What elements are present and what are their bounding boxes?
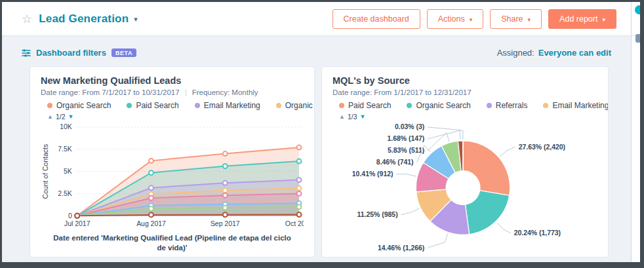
dashboard-filters-label: Dashboard filters (36, 48, 106, 58)
caret-down-icon: ▾ (134, 14, 138, 24)
data-point-marker[interactable] (223, 206, 228, 210)
slice-label: 20.24% (1,773) (514, 229, 561, 237)
actions-button[interactable]: Actions▾ (427, 9, 484, 29)
data-point-marker[interactable] (149, 159, 153, 163)
x-axis-title: Date entered 'Marketing Qualified Lead (… (51, 233, 294, 253)
y-axis-tick-label: 5K (64, 168, 72, 175)
favorite-star-icon[interactable]: ☆ (22, 13, 32, 25)
report-card-new-mqls: New Marketing Qualified Leads Date range… (30, 66, 315, 258)
legend-item[interactable]: Referrals (487, 101, 528, 110)
caret-down-icon: ▾ (470, 16, 473, 23)
report-title: New Marketing Qualified Leads (41, 75, 304, 86)
mql-line-chart[interactable]: 02.5K5K7.5K10KJul 2017Aug 2017Sep 2017Oc… (41, 122, 304, 231)
data-point-marker[interactable] (297, 178, 302, 182)
frequency-label: Frequency: Monthly (192, 88, 258, 96)
legend-label: Organic Social (285, 101, 315, 110)
data-point-marker[interactable] (297, 145, 302, 150)
page-title: Lead Generation (39, 12, 129, 26)
report-title: MQL's by Source (332, 75, 597, 86)
legend-dot (127, 103, 132, 108)
legend-label: Paid Search (136, 101, 178, 110)
y-axis-tick-label: 2.5K (58, 190, 72, 197)
data-point-marker[interactable] (149, 196, 153, 201)
data-point-marker[interactable] (297, 191, 302, 196)
legend-item[interactable]: Email Marketing (195, 101, 260, 110)
data-point-marker[interactable] (223, 188, 228, 193)
slice-label: 14.46% (1,266) (378, 244, 424, 252)
data-point-marker[interactable] (297, 159, 302, 164)
slice-label: 10.41% (912) (352, 170, 393, 178)
legend-page-up-icon[interactable]: ▲ (47, 113, 53, 120)
data-point-marker[interactable] (149, 185, 153, 190)
legend-page-indicator: 1/2 (56, 113, 66, 121)
data-point-marker[interactable] (75, 214, 79, 218)
legend-dot (543, 103, 548, 108)
app: ☆ Lead Generation ▾ Create dashboard Act… (2, 2, 640, 262)
legend-dot (487, 103, 492, 108)
data-point-marker[interactable] (223, 151, 228, 156)
right-rail (631, 2, 640, 262)
beta-badge: BETA (111, 48, 136, 57)
report-meta: Date range: From 1/1/2017 to 12/31/2017 (332, 88, 597, 96)
legend-pager: ▲ 1/2 ▼ (47, 113, 304, 121)
share-button[interactable]: Share▾ (490, 9, 542, 29)
x-axis-tick-label: Oct 2017 (285, 220, 304, 227)
donut-slice[interactable] (465, 191, 509, 235)
data-point-marker[interactable] (297, 186, 302, 191)
legend-item[interactable]: Paid Search (127, 101, 178, 110)
dashboard-filters-toggle[interactable]: Dashboard filters BETA (22, 48, 136, 58)
slice-label: 1.68% (147) (387, 135, 424, 142)
data-point-marker[interactable] (223, 193, 228, 198)
slice-label: 0.03% (3) (395, 123, 424, 130)
screenshot-frame: ☆ Lead Generation ▾ Create dashboard Act… (0, 0, 644, 268)
legend-dot (407, 103, 412, 108)
assigned-everyone-can-edit-link[interactable]: Everyone can edit (538, 48, 611, 58)
data-point-marker[interactable] (149, 170, 153, 175)
y-axis-tick-label: 0 (68, 212, 72, 220)
data-point-marker[interactable] (223, 181, 228, 185)
legend-item[interactable]: Email Marketing (543, 101, 609, 110)
report-cards-row: New Marketing Qualified Leads Date range… (22, 58, 611, 258)
dashboard-header: ☆ Lead Generation ▾ Create dashboard Act… (2, 2, 631, 36)
legend-page-up-icon[interactable]: ▲ (339, 113, 345, 120)
data-point-marker[interactable] (223, 212, 228, 217)
legend-dot (47, 103, 52, 108)
add-report-button[interactable]: Add report▾ (548, 9, 616, 29)
legend-label: Paid Search (348, 101, 391, 110)
x-axis-tick-label: Aug 2017 (136, 220, 166, 227)
dashboard-title-dropdown[interactable]: Lead Generation ▾ (39, 12, 138, 26)
legend-page-indicator: 1/3 (348, 113, 357, 121)
header-buttons: Create dashboard Actions▾ Share▾ Add rep… (332, 9, 616, 29)
data-point-marker[interactable] (149, 206, 153, 211)
legend-item[interactable]: Paid Search (339, 101, 391, 110)
add-report-button-label: Add report (559, 14, 597, 24)
help-bubble-icon[interactable] (635, 5, 640, 14)
data-point-marker[interactable] (149, 212, 153, 217)
legend-label: Organic Search (416, 101, 470, 110)
report-card-mqls-by-source: MQL's by Source Date range: From 1/1/201… (321, 66, 609, 258)
filters-row: Dashboard filters BETA Assigned: Everyon… (22, 48, 611, 58)
data-point-marker[interactable] (297, 212, 302, 217)
slice-label: 11.25% (985) (357, 211, 398, 218)
legend-item[interactable]: Organic Search (407, 101, 470, 110)
x-axis-tick-label: Sep 2017 (211, 220, 240, 227)
legend-item[interactable]: Organic Social (276, 101, 315, 110)
assigned-label: Assigned: (497, 48, 534, 58)
mql-donut-chart[interactable]: 0.03% (3)1.68% (147)5.83% (511)8.46% (74… (332, 122, 597, 256)
data-point-marker[interactable] (297, 204, 302, 209)
donut-slice[interactable] (463, 141, 510, 195)
data-point-marker[interactable] (223, 164, 228, 168)
legend-label: Email Marketing (204, 101, 260, 110)
slice-leader-line (401, 208, 420, 215)
slice-label: 27.63% (2,420) (519, 144, 565, 151)
y-axis-title: Count of Contacts (42, 144, 49, 199)
legend-dot (276, 103, 281, 108)
y-axis-tick-label: 7.5K (58, 145, 72, 153)
create-dashboard-button[interactable]: Create dashboard (332, 9, 420, 29)
legend-page-down-icon[interactable]: ▼ (68, 113, 74, 120)
collapsed-panel-icon[interactable] (635, 34, 640, 43)
legend-label: Email Marketing (552, 101, 609, 110)
legend-page-down-icon[interactable]: ▼ (360, 113, 366, 120)
legend-pager: ▲ 1/3 ▼ (339, 113, 597, 121)
legend-item[interactable]: Organic Search (47, 101, 111, 110)
